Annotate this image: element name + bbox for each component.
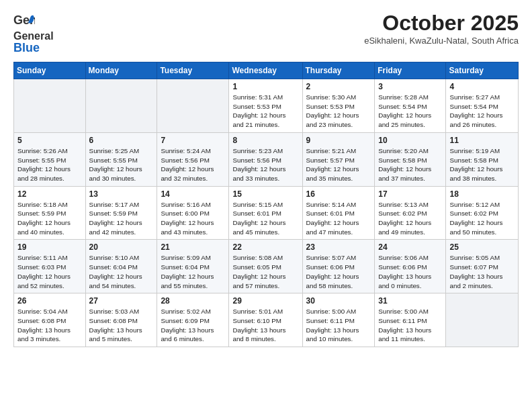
logo-general: General	[13, 30, 54, 42]
page-title: October 2025	[364, 11, 519, 36]
day-number: 8	[232, 136, 298, 145]
day-number: 16	[306, 189, 371, 199]
day-info: Sunrise: 5:07 AMSunset: 6:06 PMDaylight:…	[306, 253, 371, 290]
day-number: 14	[161, 189, 225, 199]
day-number: 4	[449, 82, 515, 91]
calendar-cell: 18Sunrise: 5:12 AMSunset: 6:02 PMDayligh…	[446, 186, 519, 240]
day-number: 17	[378, 189, 442, 199]
day-number: 31	[378, 296, 442, 306]
day-number: 23	[306, 242, 371, 252]
logo-blue: Blue	[13, 41, 40, 54]
calendar-cell: 7Sunrise: 5:24 AMSunset: 5:56 PMDaylight…	[157, 132, 229, 186]
day-info: Sunrise: 5:26 AMSunset: 5:55 PMDaylight:…	[17, 146, 82, 183]
calendar-cell: 22Sunrise: 5:08 AMSunset: 6:05 PMDayligh…	[229, 240, 302, 293]
day-info: Sunrise: 5:10 AMSunset: 6:04 PMDaylight:…	[89, 253, 154, 290]
day-number: 6	[89, 136, 154, 145]
day-number: 12	[17, 189, 82, 199]
calendar-cell: 27Sunrise: 5:03 AMSunset: 6:08 PMDayligh…	[85, 293, 157, 347]
day-info: Sunrise: 5:25 AMSunset: 5:55 PMDaylight:…	[89, 146, 154, 183]
calendar-week-4: 19Sunrise: 5:11 AMSunset: 6:03 PMDayligh…	[14, 240, 519, 293]
day-info: Sunrise: 5:13 AMSunset: 6:02 PMDaylight:…	[378, 200, 442, 237]
day-number: 10	[378, 136, 442, 145]
day-info: Sunrise: 5:31 AMSunset: 5:53 PMDaylight:…	[232, 93, 298, 130]
day-number: 15	[232, 189, 298, 199]
day-info: Sunrise: 5:23 AMSunset: 5:56 PMDaylight:…	[232, 146, 298, 183]
day-info: Sunrise: 5:30 AMSunset: 5:53 PMDaylight:…	[306, 93, 371, 130]
day-info: Sunrise: 5:00 AMSunset: 6:11 PMDaylight:…	[306, 307, 371, 344]
calendar-week-3: 12Sunrise: 5:18 AMSunset: 5:59 PMDayligh…	[14, 186, 519, 240]
day-number: 11	[449, 136, 515, 145]
day-info: Sunrise: 5:08 AMSunset: 6:05 PMDaylight:…	[232, 253, 298, 290]
page-header: General General Blue October 2025 eSikha…	[13, 11, 519, 54]
calendar-cell: 16Sunrise: 5:14 AMSunset: 6:01 PMDayligh…	[302, 186, 375, 240]
day-info: Sunrise: 5:20 AMSunset: 5:58 PMDaylight:…	[378, 146, 442, 183]
calendar-cell	[157, 79, 229, 133]
day-number: 22	[232, 242, 298, 252]
day-number: 29	[232, 296, 298, 306]
day-info: Sunrise: 5:27 AMSunset: 5:54 PMDaylight:…	[449, 93, 515, 130]
calendar-cell: 3Sunrise: 5:28 AMSunset: 5:54 PMDaylight…	[375, 79, 446, 133]
day-info: Sunrise: 5:12 AMSunset: 6:02 PMDaylight:…	[449, 200, 515, 237]
day-info: Sunrise: 5:14 AMSunset: 6:01 PMDaylight:…	[306, 200, 371, 237]
day-number: 28	[161, 296, 225, 306]
weekday-header-thursday: Thursday	[302, 62, 375, 79]
day-number: 3	[378, 82, 442, 91]
calendar-cell: 10Sunrise: 5:20 AMSunset: 5:58 PMDayligh…	[375, 132, 446, 186]
calendar-cell: 19Sunrise: 5:11 AMSunset: 6:03 PMDayligh…	[14, 240, 86, 293]
calendar-cell: 29Sunrise: 5:01 AMSunset: 6:10 PMDayligh…	[229, 293, 302, 347]
calendar-cell: 31Sunrise: 5:00 AMSunset: 6:11 PMDayligh…	[375, 293, 446, 347]
calendar-cell	[85, 79, 157, 133]
day-info: Sunrise: 5:21 AMSunset: 5:57 PMDaylight:…	[306, 146, 371, 183]
day-number: 21	[161, 242, 225, 252]
day-info: Sunrise: 5:17 AMSunset: 5:59 PMDaylight:…	[89, 200, 154, 237]
day-info: Sunrise: 5:15 AMSunset: 6:01 PMDaylight:…	[232, 200, 298, 237]
calendar-cell: 26Sunrise: 5:04 AMSunset: 6:08 PMDayligh…	[14, 293, 86, 347]
day-info: Sunrise: 5:28 AMSunset: 5:54 PMDaylight:…	[378, 93, 442, 130]
calendar-cell: 1Sunrise: 5:31 AMSunset: 5:53 PMDaylight…	[229, 79, 302, 133]
calendar-cell	[14, 79, 86, 133]
logo: General General Blue	[13, 11, 54, 54]
calendar-cell: 2Sunrise: 5:30 AMSunset: 5:53 PMDaylight…	[302, 79, 375, 133]
calendar-cell: 11Sunrise: 5:19 AMSunset: 5:58 PMDayligh…	[446, 132, 519, 186]
weekday-header-wednesday: Wednesday	[229, 62, 302, 79]
day-info: Sunrise: 5:16 AMSunset: 6:00 PMDaylight:…	[161, 200, 225, 237]
day-number: 9	[306, 136, 371, 145]
day-number: 2	[306, 82, 371, 91]
page-subtitle: eSikhaleni, KwaZulu-Natal, South Africa	[364, 36, 519, 46]
weekday-header-friday: Friday	[375, 62, 446, 79]
day-info: Sunrise: 5:04 AMSunset: 6:08 PMDaylight:…	[17, 307, 82, 344]
logo-icon: General	[13, 11, 35, 32]
calendar-cell: 4Sunrise: 5:27 AMSunset: 5:54 PMDaylight…	[446, 79, 519, 133]
day-info: Sunrise: 5:05 AMSunset: 6:07 PMDaylight:…	[449, 253, 515, 290]
calendar-cell: 17Sunrise: 5:13 AMSunset: 6:02 PMDayligh…	[375, 186, 446, 240]
calendar-cell: 9Sunrise: 5:21 AMSunset: 5:57 PMDaylight…	[302, 132, 375, 186]
day-number: 24	[378, 242, 442, 252]
calendar-table: SundayMondayTuesdayWednesdayThursdayFrid…	[13, 62, 519, 347]
day-info: Sunrise: 5:00 AMSunset: 6:11 PMDaylight:…	[378, 307, 442, 344]
day-info: Sunrise: 5:02 AMSunset: 6:09 PMDaylight:…	[161, 307, 225, 344]
day-info: Sunrise: 5:18 AMSunset: 5:59 PMDaylight:…	[17, 200, 82, 237]
calendar-week-1: 1Sunrise: 5:31 AMSunset: 5:53 PMDaylight…	[14, 79, 519, 133]
calendar-cell: 6Sunrise: 5:25 AMSunset: 5:55 PMDaylight…	[85, 132, 157, 186]
day-number: 19	[17, 242, 82, 252]
day-number: 5	[17, 136, 82, 145]
day-info: Sunrise: 5:19 AMSunset: 5:58 PMDaylight:…	[449, 146, 515, 183]
day-number: 1	[232, 82, 298, 91]
calendar-cell: 5Sunrise: 5:26 AMSunset: 5:55 PMDaylight…	[14, 132, 86, 186]
title-block: October 2025 eSikhaleni, KwaZulu-Natal, …	[364, 11, 519, 46]
day-info: Sunrise: 5:11 AMSunset: 6:03 PMDaylight:…	[17, 253, 82, 290]
weekday-header-sunday: Sunday	[14, 62, 86, 79]
calendar-cell: 20Sunrise: 5:10 AMSunset: 6:04 PMDayligh…	[85, 240, 157, 293]
calendar-cell: 30Sunrise: 5:00 AMSunset: 6:11 PMDayligh…	[302, 293, 375, 347]
weekday-header-tuesday: Tuesday	[157, 62, 229, 79]
calendar-cell: 24Sunrise: 5:06 AMSunset: 6:06 PMDayligh…	[375, 240, 446, 293]
day-number: 20	[89, 242, 154, 252]
calendar-cell: 14Sunrise: 5:16 AMSunset: 6:00 PMDayligh…	[157, 186, 229, 240]
calendar-cell: 23Sunrise: 5:07 AMSunset: 6:06 PMDayligh…	[302, 240, 375, 293]
day-number: 7	[161, 136, 225, 145]
weekday-header-row: SundayMondayTuesdayWednesdayThursdayFrid…	[14, 62, 519, 79]
weekday-header-saturday: Saturday	[446, 62, 519, 79]
calendar-cell: 25Sunrise: 5:05 AMSunset: 6:07 PMDayligh…	[446, 240, 519, 293]
calendar-cell: 28Sunrise: 5:02 AMSunset: 6:09 PMDayligh…	[157, 293, 229, 347]
day-info: Sunrise: 5:06 AMSunset: 6:06 PMDaylight:…	[378, 253, 442, 290]
